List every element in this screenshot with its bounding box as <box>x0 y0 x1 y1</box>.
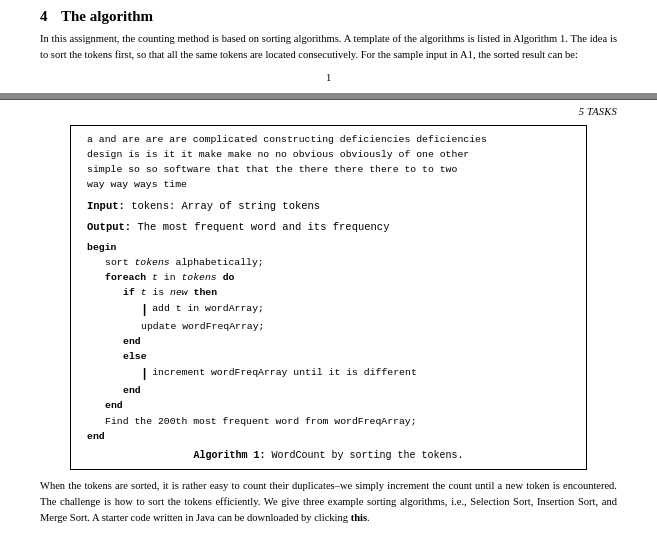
tasks-label: 5 TASKS <box>579 106 617 117</box>
sorted-line-2: design is is it it make make no no obvio… <box>87 147 570 162</box>
algo-code: begin sort tokens alphabetically; foreac… <box>87 240 570 444</box>
begin-line: begin <box>87 240 570 255</box>
algo-input-spec: Input: tokens: Array of string tokens <box>87 198 570 215</box>
section-number: 4 <box>40 8 48 24</box>
intro-paragraph: In this assignment, the counting method … <box>40 31 617 64</box>
algo-output-spec: Output: The most frequent word and its f… <box>87 219 570 236</box>
caption-bold: Algorithm 1: <box>193 450 265 461</box>
sorted-line-1: a and are are are complicated constructi… <box>87 132 570 147</box>
this-link[interactable]: this <box>351 512 367 523</box>
sort-line: sort tokens alphabetically; <box>105 255 570 270</box>
output-label: Output: <box>87 221 131 233</box>
bottom-paragraph: When the tokens are sorted, it is rather… <box>40 478 617 527</box>
input-text: tokens: Array of string tokens <box>131 200 320 212</box>
top-section: 4 The algorithm In this assignment, the … <box>0 0 657 93</box>
tasks-header: 5 TASKS <box>40 106 617 117</box>
end2-line: end <box>123 383 570 398</box>
input-label: Input: <box>87 200 125 212</box>
output-text: The most frequent word and its frequency <box>137 221 389 233</box>
algorithm-box: a and are are are complicated constructi… <box>70 125 587 470</box>
end3-line: end <box>105 398 570 413</box>
page-number: 1 <box>40 64 617 87</box>
else-line: else <box>123 349 570 364</box>
bottom-section: 5 TASKS a and are are are complicated co… <box>0 100 657 535</box>
if-line: if t is new then <box>123 285 570 300</box>
algo-caption: Algorithm 1: WordCount by sorting the to… <box>87 450 570 461</box>
section-heading: 4 The algorithm <box>40 8 617 25</box>
foreach-line: foreach t in tokens do <box>105 270 570 285</box>
add-line: | add t in wordArray; <box>141 301 570 320</box>
section-title: The algorithm <box>61 8 153 24</box>
increment-line: | increment wordFreqArray until it is di… <box>141 365 570 384</box>
end4-line: end <box>87 429 570 444</box>
update-line: update wordFreqArray; <box>141 319 570 334</box>
sorted-tokens: a and are are are complicated constructi… <box>87 132 570 193</box>
sorted-line-3: simple so so software that that the ther… <box>87 162 570 177</box>
sorted-line-4: way way ways time <box>87 177 570 192</box>
caption-rest: WordCount by sorting the tokens. <box>272 450 464 461</box>
find-line: Find the 200th most frequent word from w… <box>105 414 570 429</box>
end1-line: end <box>123 334 570 349</box>
